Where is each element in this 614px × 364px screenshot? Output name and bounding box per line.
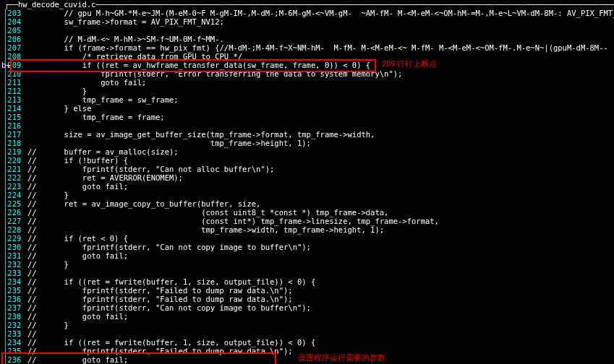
code-line: │226// (const uint8_t *const *) tmp_fram… (3, 208, 614, 217)
code-line: │217 size = av_image_get_buffer_size(tmp… (3, 130, 614, 139)
annotation-setargs: 设置程序运行需要的参数 (298, 353, 385, 362)
code-line: │238// goto fail; (3, 312, 614, 321)
line-number: │235 (3, 347, 27, 355)
line-number: │234 (3, 338, 27, 347)
code-text: // fprintf(stderr, "Failed to dump raw d… (27, 295, 293, 303)
file-name: hw_decode_cuvid.c (18, 0, 95, 9)
code-text: // ret = av_image_copy_to_buffer(buffer,… (27, 199, 260, 208)
code-line: │234// if ((ret = fwrite(buffer, 1, size… (3, 277, 614, 286)
code-line: │209 if ((ret = av_hwframe_transfer_data… (3, 61, 614, 69)
line-number: │204 (3, 17, 27, 26)
code-text: // gpu M-h~GM-*M-e~JM-(M-eM-0~F M-gM-IM-… (27, 9, 614, 17)
code-line: │223// goto fail; (3, 182, 614, 191)
code-text: // if (ret < 0) { (27, 234, 128, 243)
code-line: │215 tmp_frame = frame; (3, 113, 614, 121)
code-text: sw_frame->format = AV_PIX_FMT_NV12; (27, 17, 224, 26)
code-line: │230// fprintf(stderr, "Can not copy ima… (3, 243, 614, 251)
code-text: size = av_image_get_buffer_size(tmp_fram… (27, 130, 375, 139)
line-number: │233 (3, 329, 27, 338)
line-number: │211 (3, 78, 27, 87)
line-number: │219 (3, 147, 27, 156)
line-number: │232 (3, 260, 27, 269)
line-number: │230 (3, 243, 27, 251)
line-number: │232 (3, 321, 27, 329)
code-text: // } (27, 260, 69, 269)
code-text: // (const uint8_t *const *) tmp_frame->d… (27, 208, 388, 217)
code-line: │214 } else (3, 104, 614, 113)
code-line: │204 sw_frame->format = AV_PIX_FMT_NV12; (3, 17, 614, 26)
code-line: │205 (3, 26, 614, 35)
annotation-209: 209 行打上断点 (382, 59, 437, 68)
code-text: tmp_frame = frame; (27, 113, 165, 121)
code-text: // } (27, 191, 69, 199)
code-line: │220// if (!buffer) { (3, 156, 614, 165)
code-text: // M-dM-<~ M-hM->~SM-f~UM-0M-f~MM-. (27, 35, 224, 43)
line-number: │233 (3, 269, 27, 277)
code-line: │203 // gpu M-h~GM-*M-e~JM-(M-eM-0~F M-g… (3, 9, 614, 17)
line-number: │212 (3, 87, 27, 95)
code-text: } else (27, 104, 92, 113)
code-line: │232// } (3, 321, 614, 329)
code-line: │219// buffer = av_malloc(size); (3, 147, 614, 156)
code-line: │208 /* retrieve data from GPU to CPU */ (3, 52, 614, 61)
code-text: // fprintf(stderr, "Can not copy image t… (27, 303, 311, 312)
code-line: │227// (const int*) tmp_frame->linesize,… (3, 217, 614, 225)
line-number: │225 (3, 199, 27, 208)
code-line: │218 tmp_frame->height, 1); (3, 139, 614, 147)
breakpoint-marker: b+ (1, 61, 11, 69)
line-number: │206 (3, 35, 27, 43)
code-line: │225// ret = av_image_copy_to_buffer(buf… (3, 199, 614, 208)
code-text: // goto fail; (27, 355, 128, 364)
code-line: │233// (3, 269, 614, 277)
code-text: // if (!buffer) { (27, 156, 128, 165)
line-number: │203 (3, 9, 27, 17)
code-line: │216 (3, 121, 614, 130)
code-text: // (27, 329, 37, 338)
code-line: │232// } (3, 260, 614, 269)
line-number: │238 (3, 312, 27, 321)
code-text: // buffer = av_malloc(size); (27, 147, 179, 156)
code-line: │228// tmp_frame->width, tmp_frame->heig… (3, 225, 614, 234)
code-line: │231// goto fail; (3, 251, 614, 260)
code-text: // if ((ret = fwrite(buffer, 1, size, ou… (27, 277, 315, 286)
terminal-window: ┌──hw_decode_cuvid.c────────────────────… (0, 0, 614, 364)
line-number: │229 (3, 234, 27, 243)
code-text: tmp_frame = sw_frame; (27, 95, 179, 104)
code-line: │224// } (3, 191, 614, 199)
code-line: │222// ret = AVERROR(ENOMEM); (3, 173, 614, 182)
code-line: │237// fprintf(stderr, "Can not copy ima… (3, 303, 614, 312)
line-number: │217 (3, 130, 27, 139)
line-number: │224 (3, 191, 27, 199)
line-number: │235 (3, 286, 27, 295)
line-number: │207 (3, 43, 27, 52)
code-text: // fprintf(stderr, "Can not alloc buffer… (27, 165, 274, 173)
line-number: │226 (3, 208, 27, 217)
code-line: │229// if (ret < 0) { (3, 234, 614, 243)
line-number: │236 (3, 295, 27, 303)
line-number: │218 (3, 139, 27, 147)
line-number: │216 (3, 121, 27, 130)
line-number: │215 (3, 113, 27, 121)
line-number: │208 (3, 52, 27, 61)
code-line: │212 } (3, 87, 614, 95)
line-number: │210 (3, 69, 27, 78)
code-text: /* retrieve data from GPU to CPU */ (27, 52, 242, 61)
code-text: if ((ret = av_hwframe_transfer_data(sw_f… (27, 61, 370, 69)
code-line: │234// if ((ret = fwrite(buffer, 1, size… (3, 338, 614, 347)
title-dash-right: ────────────────────────────────────────… (95, 0, 614, 9)
code-line: │210 fprintf(stderr, "Error transferring… (3, 69, 614, 78)
code-area[interactable]: │203 // gpu M-h~GM-*M-e~JM-(M-eM-0~F M-g… (0, 9, 614, 364)
code-text: tmp_frame->height, 1); (27, 139, 311, 147)
code-line: │207 if (frame->format == hw_pix_fmt) {/… (3, 43, 614, 52)
title-dash-left: ┌── (4, 0, 18, 9)
code-text: // goto fail; (27, 182, 128, 191)
code-line: │221// fprintf(stderr, "Can not alloc bu… (3, 165, 614, 173)
code-text: // } (27, 321, 69, 329)
line-number: │222 (3, 173, 27, 182)
code-text: } (27, 87, 87, 95)
line-number: │213 (3, 95, 27, 104)
code-line: │235// fprintf(stderr, "Failed to dump r… (3, 286, 614, 295)
code-text: // fprintf(stderr, "Failed to dump raw d… (27, 286, 293, 295)
code-text: goto fail; (27, 78, 146, 87)
line-number: │234 (3, 277, 27, 286)
